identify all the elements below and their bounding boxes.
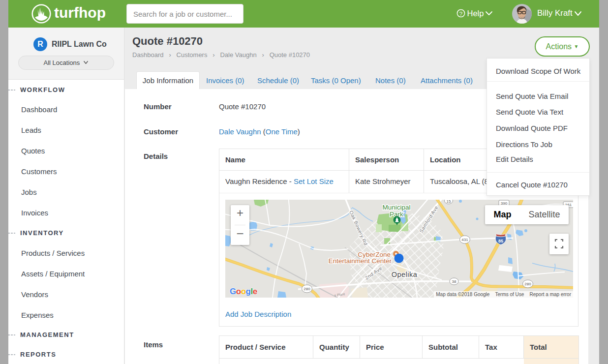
- svg-text:85: 85: [498, 239, 503, 243]
- svg-text:Entertainment Center: Entertainment Center: [329, 257, 392, 265]
- svg-text:Opelika: Opelika: [392, 271, 418, 278]
- svg-text:280: 280: [304, 287, 310, 291]
- svg-text:Help: Help: [467, 9, 484, 18]
- svg-text:280: 280: [524, 282, 531, 286]
- svg-text:Municipal: Municipal: [382, 204, 410, 211]
- svg-text:15: 15: [447, 200, 451, 204]
- svg-text:431: 431: [461, 238, 468, 242]
- svg-text:38: 38: [452, 279, 456, 284]
- svg-text:?: ?: [459, 11, 462, 17]
